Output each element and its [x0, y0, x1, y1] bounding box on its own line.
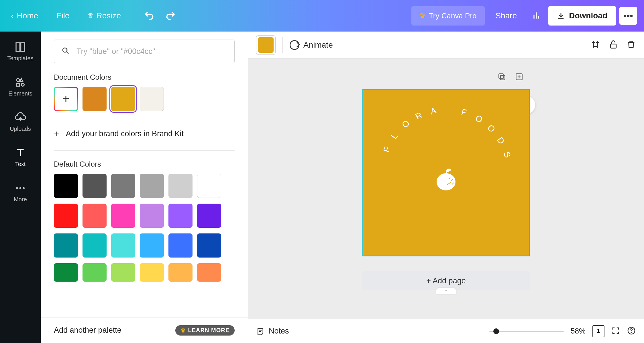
- default-color-swatch[interactable]: [54, 233, 78, 258]
- doc-color-swatch[interactable]: [83, 87, 107, 111]
- default-color-swatch[interactable]: [83, 174, 107, 198]
- add-page-button[interactable]: + Add page: [362, 271, 530, 290]
- download-button[interactable]: Download: [548, 6, 616, 26]
- default-color-swatch[interactable]: [197, 204, 221, 228]
- lock-button[interactable]: [608, 40, 618, 50]
- default-color-swatch[interactable]: [140, 233, 164, 258]
- redo-button[interactable]: [166, 10, 176, 22]
- rail-elements-label: Elements: [8, 90, 32, 97]
- templates-icon: [15, 41, 26, 53]
- default-color-row: [54, 263, 235, 282]
- brand-kit-label: Add your brand colors in Brand Kit: [66, 129, 184, 138]
- default-color-swatch[interactable]: [168, 204, 193, 228]
- rail-templates[interactable]: Templates: [0, 38, 41, 65]
- default-color-swatch[interactable]: [197, 233, 221, 258]
- help-button[interactable]: [627, 326, 636, 336]
- default-color-swatch[interactable]: [168, 233, 193, 258]
- divider: [282, 37, 283, 53]
- rail-more[interactable]: More: [0, 180, 41, 206]
- collapse-handle[interactable]: ⌃: [436, 288, 456, 294]
- default-color-swatch[interactable]: [168, 174, 193, 198]
- add-color-swatch[interactable]: +: [54, 87, 78, 111]
- notes-label: Notes: [269, 327, 289, 336]
- undo-redo-group: [144, 10, 176, 22]
- canvas-toolbar: Animate: [248, 32, 644, 59]
- color-panel: Document Colors + + Add your brand color…: [41, 32, 248, 343]
- default-color-swatch[interactable]: [111, 233, 135, 258]
- curved-brand-text: FLORA FOODS: [403, 116, 489, 162]
- doc-color-swatch[interactable]: [111, 87, 135, 111]
- resize-label: Resize: [96, 11, 121, 20]
- animate-button[interactable]: Animate: [290, 40, 333, 50]
- default-color-swatch[interactable]: [111, 204, 135, 228]
- default-color-swatch[interactable]: [168, 263, 193, 282]
- panel-scroll[interactable]: Document Colors + + Add your brand color…: [41, 32, 248, 317]
- default-color-swatch[interactable]: [54, 174, 78, 198]
- default-color-swatch[interactable]: [140, 263, 164, 282]
- default-color-swatch[interactable]: [83, 204, 107, 228]
- resize-button[interactable]: ♛ Resize: [84, 8, 125, 23]
- svg-rect-11: [500, 75, 505, 80]
- page-indicator[interactable]: 1: [592, 325, 604, 337]
- doc-color-swatch[interactable]: [140, 87, 164, 111]
- plus-icon: +: [54, 128, 60, 139]
- trash-icon: [626, 40, 636, 49]
- add-page-icon-button[interactable]: [515, 72, 524, 82]
- default-color-swatch[interactable]: [54, 204, 78, 228]
- animate-label: Animate: [303, 40, 333, 50]
- undo-button[interactable]: [144, 10, 154, 22]
- help-icon: [627, 326, 636, 335]
- default-color-swatch[interactable]: [197, 174, 221, 198]
- svg-point-6: [19, 187, 21, 189]
- add-palette-button[interactable]: Add another palette: [54, 326, 121, 335]
- share-button[interactable]: Share: [488, 6, 525, 26]
- selected-color-chip: [258, 37, 274, 53]
- elements-icon: [15, 77, 26, 88]
- dots-icon: •••: [623, 11, 633, 21]
- position-icon: [591, 40, 600, 49]
- try-canva-pro-button[interactable]: ♛ Try Canva Pro: [411, 6, 485, 26]
- rail-elements[interactable]: Elements: [0, 74, 41, 100]
- default-color-swatch[interactable]: [111, 263, 135, 282]
- learn-more-button[interactable]: ♛ LEARN MORE: [175, 325, 235, 336]
- svg-rect-0: [16, 43, 20, 51]
- add-page-label: + Add page: [426, 276, 466, 285]
- default-color-swatch[interactable]: [140, 174, 164, 198]
- rail-uploads[interactable]: Uploads: [0, 109, 41, 135]
- position-button[interactable]: [591, 40, 600, 50]
- canvas-page[interactable]: FLORA FOODS: [362, 89, 530, 256]
- divider: [54, 150, 235, 151]
- more-icon: [15, 182, 26, 194]
- file-button[interactable]: File: [52, 8, 73, 23]
- chart-icon: [532, 11, 541, 20]
- default-color-swatch[interactable]: [83, 233, 107, 258]
- default-color-swatch[interactable]: [197, 263, 221, 282]
- text-icon: [15, 147, 26, 159]
- toolbar-right: [591, 40, 636, 50]
- zoom-thumb[interactable]: [493, 328, 499, 334]
- default-color-swatch[interactable]: [140, 204, 164, 228]
- insights-button[interactable]: [528, 8, 545, 24]
- delete-button[interactable]: [626, 40, 636, 50]
- lock-open-icon: [608, 40, 618, 49]
- default-color-swatch[interactable]: [54, 263, 78, 282]
- more-menu-button[interactable]: •••: [619, 7, 637, 25]
- notes-button[interactable]: Notes: [256, 327, 289, 336]
- default-color-swatch[interactable]: [83, 263, 107, 282]
- add-page-icon: [515, 72, 524, 81]
- home-label: Home: [17, 11, 38, 20]
- fullscreen-icon: [611, 326, 620, 335]
- canvas-body[interactable]: FLORA FOODS + Add page ⌃: [248, 59, 644, 319]
- side-rail: Templates Elements Uploads Text More: [0, 32, 41, 343]
- color-search-input[interactable]: [54, 40, 235, 63]
- rail-templates-label: Templates: [7, 55, 33, 62]
- rail-text[interactable]: Text: [0, 144, 41, 170]
- duplicate-page-button[interactable]: [497, 72, 506, 82]
- add-brand-colors[interactable]: + Add your brand colors in Brand Kit: [54, 122, 235, 150]
- try-pro-label: Try Canva Pro: [429, 11, 477, 20]
- default-color-swatch[interactable]: [111, 174, 135, 198]
- fullscreen-button[interactable]: [611, 326, 620, 336]
- home-button[interactable]: ‹ Home: [7, 8, 42, 24]
- zoom-slider[interactable]: [489, 331, 564, 332]
- selected-color-chip-wrap[interactable]: [256, 35, 276, 55]
